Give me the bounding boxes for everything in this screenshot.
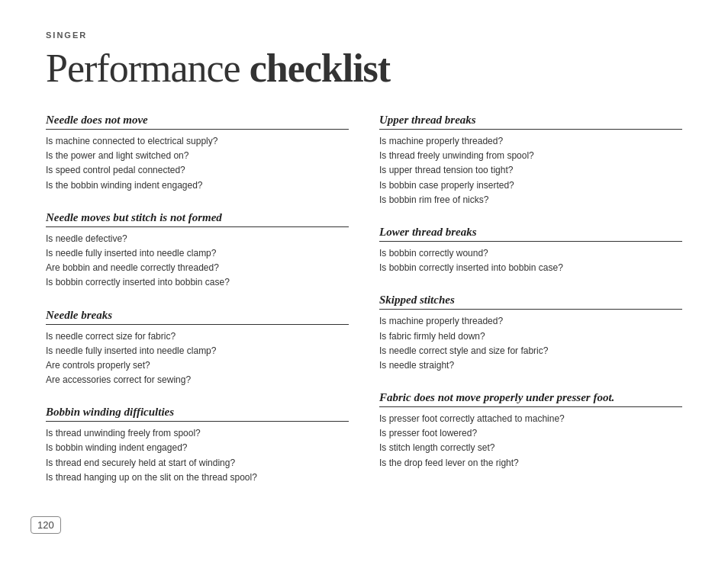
list-item: Is thread unwinding freely from spool? xyxy=(46,426,349,441)
section-bobbin-winding: Bobbin winding difficultiesIs thread unw… xyxy=(46,406,349,485)
list-item: Are controls properly set? xyxy=(46,358,349,373)
section-fabric-not-move: Fabric does not move properly under pres… xyxy=(379,391,682,470)
section-items-upper-thread-breaks: Is machine properly threaded?Is thread f… xyxy=(379,134,682,207)
list-item: Is machine connected to electrical suppl… xyxy=(46,134,349,149)
section-needle-breaks: Needle breaksIs needle correct size for … xyxy=(46,309,349,388)
section-items-fabric-not-move: Is presser foot correctly attached to ma… xyxy=(379,412,682,470)
section-title-needle-no-move: Needle does not move xyxy=(46,114,349,130)
list-item: Is machine properly threaded? xyxy=(379,314,682,329)
section-title-needle-stitch-not-formed: Needle moves but stitch is not formed xyxy=(46,211,349,227)
list-item: Is thread hanging up on the slit on the … xyxy=(46,470,349,485)
section-title-needle-breaks: Needle breaks xyxy=(46,309,349,325)
section-title-skipped-stitches: Skipped stitches xyxy=(379,294,682,310)
list-item: Is the power and light switched on? xyxy=(46,149,349,163)
list-item: Is needle defective? xyxy=(46,232,349,246)
section-needle-stitch-not-formed: Needle moves but stitch is not formedIs … xyxy=(46,211,349,291)
brand-label: SINGER xyxy=(46,31,682,40)
list-item: Is fabric firmly held down? xyxy=(379,329,682,344)
right-column: Upper thread breaksIs machine properly t… xyxy=(379,114,682,503)
list-item: Are accessories correct for sewing? xyxy=(46,373,349,387)
section-items-needle-no-move: Is machine connected to electrical suppl… xyxy=(46,134,349,193)
content-columns: Needle does not moveIs machine connected… xyxy=(46,114,682,503)
list-item: Is bobbin case properly inserted? xyxy=(379,178,682,193)
section-items-bobbin-winding: Is thread unwinding freely from spool?Is… xyxy=(46,426,349,485)
section-items-lower-thread-breaks: Is bobbin correctly wound?Is bobbin corr… xyxy=(379,246,682,275)
list-item: Is bobbin rim free of nicks? xyxy=(379,193,682,207)
list-item: Is presser foot lowered? xyxy=(379,426,682,441)
list-item: Is machine properly threaded? xyxy=(379,134,682,149)
section-title-upper-thread-breaks: Upper thread breaks xyxy=(379,114,682,130)
page-number: 120 xyxy=(31,516,61,534)
list-item: Is the bobbin winding indent engaged? xyxy=(46,178,349,193)
section-needle-no-move: Needle does not moveIs machine connected… xyxy=(46,114,349,193)
section-title-lower-thread-breaks: Lower thread breaks xyxy=(379,226,682,242)
section-items-needle-stitch-not-formed: Is needle defective?Is needle fully inse… xyxy=(46,232,349,291)
list-item: Is thread freely unwinding from spool? xyxy=(379,149,682,163)
section-skipped-stitches: Skipped stitchesIs machine properly thre… xyxy=(379,294,682,373)
list-item: Is needle correct size for fabric? xyxy=(46,329,349,344)
list-item: Is needle correct style and size for fab… xyxy=(379,344,682,358)
left-column: Needle does not moveIs machine connected… xyxy=(46,114,349,503)
section-lower-thread-breaks: Lower thread breaksIs bobbin correctly w… xyxy=(379,226,682,275)
section-title-fabric-not-move: Fabric does not move properly under pres… xyxy=(379,391,682,407)
list-item: Is presser foot correctly attached to ma… xyxy=(379,412,682,426)
section-items-needle-breaks: Is needle correct size for fabric?Is nee… xyxy=(46,329,349,388)
section-upper-thread-breaks: Upper thread breaksIs machine properly t… xyxy=(379,114,682,207)
section-items-skipped-stitches: Is machine properly threaded?Is fabric f… xyxy=(379,314,682,373)
list-item: Is bobbin correctly wound? xyxy=(379,246,682,261)
list-item: Are bobbin and needle correctly threaded… xyxy=(46,261,349,275)
page: SINGER Performance checklist Needle does… xyxy=(0,0,728,549)
list-item: Is stitch length correctly set? xyxy=(379,441,682,455)
list-item: Is bobbin winding indent engaged? xyxy=(46,441,349,455)
title-part1: Performance xyxy=(46,47,250,90)
list-item: Is upper thread tension too tight? xyxy=(379,163,682,178)
list-item: Is the drop feed lever on the right? xyxy=(379,456,682,470)
list-item: Is needle fully inserted into needle cla… xyxy=(46,246,349,261)
section-title-bobbin-winding: Bobbin winding difficulties xyxy=(46,406,349,422)
list-item: Is bobbin correctly inserted into bobbin… xyxy=(46,275,349,290)
title-part2: checklist xyxy=(250,47,391,90)
list-item: Is needle fully inserted into needle cla… xyxy=(46,344,349,358)
page-title: Performance checklist xyxy=(46,46,682,91)
list-item: Is bobbin correctly inserted into bobbin… xyxy=(379,261,682,275)
list-item: Is speed control pedal connected? xyxy=(46,163,349,178)
list-item: Is needle straight? xyxy=(379,358,682,373)
list-item: Is thread end securely held at start of … xyxy=(46,456,349,470)
